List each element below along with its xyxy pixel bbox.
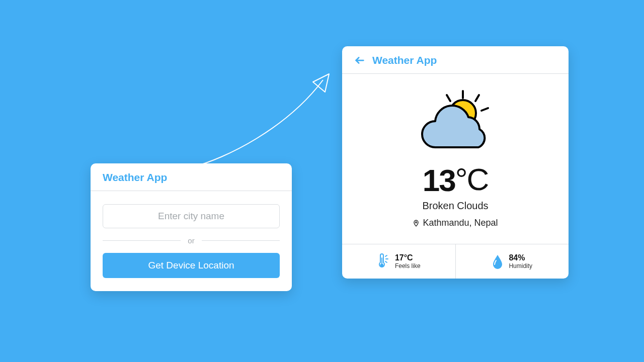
separator-label: or: [188, 236, 194, 245]
search-card-header: Weather App: [91, 163, 292, 191]
result-card-title: Weather App: [372, 54, 437, 66]
result-card-body: 13°C Broken Clouds Kathmandu, Nepal: [342, 74, 569, 244]
city-name-input[interactable]: [103, 204, 280, 228]
humidity-label: Humidity: [509, 262, 532, 269]
feels-like-cell: 17°C Feels like: [342, 244, 456, 279]
svg-line-4: [447, 95, 450, 101]
svg-point-6: [416, 221, 417, 223]
humidity-value: 84%: [509, 253, 532, 262]
result-card: Weather App 13°C Broken Clouds: [342, 46, 569, 279]
weather-description: Broken Clouds: [354, 200, 556, 212]
humidity-drop-icon: [492, 254, 504, 269]
get-device-location-button[interactable]: Get Device Location: [103, 253, 280, 278]
search-card: Weather App or Get Device Location: [91, 163, 292, 291]
svg-line-9: [385, 255, 387, 256]
svg-line-2: [475, 95, 479, 101]
svg-line-3: [481, 108, 488, 111]
partly-cloudy-icon: [413, 88, 498, 158]
separator-line-left: [103, 240, 181, 241]
temperature-value: 13: [423, 163, 455, 198]
temperature-unit: °C: [455, 162, 489, 197]
search-card-body: or Get Device Location: [91, 191, 292, 291]
result-card-footer: 17°C Feels like 84% Humidity: [342, 244, 569, 279]
temperature: 13°C: [354, 162, 556, 198]
svg-line-11: [385, 261, 387, 262]
location-text: Kathmandu, Nepal: [423, 218, 498, 228]
separator: or: [103, 236, 280, 245]
flow-arrow-icon: [186, 68, 337, 173]
location: Kathmandu, Nepal: [413, 218, 498, 228]
location-pin-icon: [413, 219, 420, 228]
thermometer-icon: [377, 253, 390, 269]
result-card-header: Weather App: [342, 46, 569, 74]
feels-like-value: 17°C: [395, 253, 421, 262]
separator-line-right: [202, 240, 280, 241]
humidity-cell: 84% Humidity: [456, 244, 569, 279]
back-arrow-icon[interactable]: [354, 55, 365, 66]
search-card-title: Weather App: [103, 171, 280, 184]
feels-like-label: Feels like: [395, 262, 421, 269]
